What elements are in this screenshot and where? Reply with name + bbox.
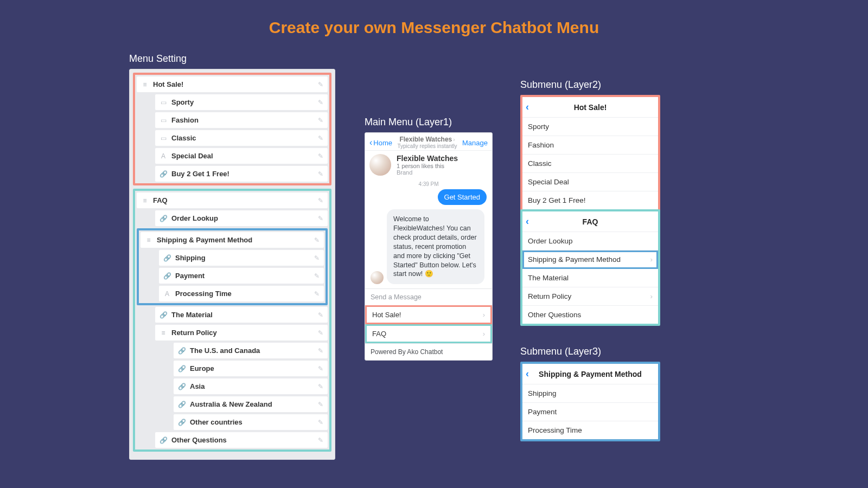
submenu-item[interactable]: Shipping xyxy=(522,384,658,403)
menu-item-aunz[interactable]: 🔗Australia & New Zealand✎ xyxy=(174,396,328,412)
profile-brand: Brand xyxy=(397,169,458,176)
edit-icon[interactable]: ✎ xyxy=(314,254,320,262)
edit-icon[interactable]: ✎ xyxy=(318,197,323,204)
menu-item-sporty[interactable]: ▭Sporty✎ xyxy=(155,94,328,110)
menu-item-otherq[interactable]: 🔗Other Questions✎ xyxy=(155,432,328,448)
submenu-item[interactable]: Classic xyxy=(522,155,658,173)
menu-item-europe[interactable]: 🔗Europe✎ xyxy=(174,361,328,376)
edit-icon[interactable]: ✎ xyxy=(318,99,323,106)
edit-icon[interactable]: ✎ xyxy=(318,311,323,319)
message-input[interactable]: Send a Message xyxy=(365,288,492,305)
submenu-header: ‹ Shipping & Payment Method xyxy=(522,364,658,384)
menu-item-classic[interactable]: ▭Classic✎ xyxy=(155,130,328,146)
menu-item-shipping[interactable]: 🔗Shipping✎ xyxy=(159,250,324,266)
submenu-item[interactable]: Processing Time xyxy=(522,421,658,439)
link-icon: 🔗 xyxy=(178,365,186,373)
back-button[interactable]: ‹ xyxy=(526,101,535,113)
menu-item-label: Return Policy xyxy=(171,329,318,337)
manage-button[interactable]: Manage xyxy=(462,139,488,147)
chevron-right-icon: › xyxy=(483,311,485,319)
main-menu-section: Main Menu (Layer1) ‹Home Flexible Watche… xyxy=(365,117,493,361)
submenu-item[interactable]: Sporty xyxy=(522,118,658,136)
menu-item-label: Australia & New Zealand xyxy=(190,400,318,408)
submenu-item[interactable]: Payment xyxy=(522,403,658,421)
submenu-item[interactable]: Return Policy› xyxy=(522,287,658,306)
edit-icon[interactable]: ✎ xyxy=(318,365,323,373)
menu-item-label: Fashion xyxy=(171,116,318,124)
submenu-title: FAQ xyxy=(535,217,645,226)
submenu-item-shippay[interactable]: Shipping & Payment Method› xyxy=(522,251,658,269)
edit-icon[interactable]: ✎ xyxy=(318,117,323,124)
persistent-menu-faq[interactable]: FAQ› xyxy=(365,324,492,343)
menu-label: Hot Sale! xyxy=(372,311,401,319)
submenu-panel-faq: ‹ FAQ Order Lookup Shipping & Payment Me… xyxy=(520,209,660,326)
phone-header: ‹Home Flexible Watches› Typically replie… xyxy=(365,133,492,151)
submenu-item[interactable]: Special Deal xyxy=(522,173,658,191)
edit-icon[interactable]: ✎ xyxy=(318,329,323,337)
menu-item-label: FAQ xyxy=(153,196,318,204)
menu-item-label: Buy 2 Get 1 Free! xyxy=(171,170,318,178)
menu-item-label: Payment xyxy=(175,272,314,280)
edit-icon[interactable]: ✎ xyxy=(318,152,323,160)
home-button[interactable]: ‹Home xyxy=(369,138,392,147)
menu-item-orderlookup[interactable]: 🔗Order Lookup✎ xyxy=(155,210,328,226)
header-subtitle: Typically replies instantly xyxy=(397,143,457,149)
persistent-menu-hotsale[interactable]: Hot Sale!› xyxy=(365,305,492,324)
submenu-item[interactable]: Fashion xyxy=(522,136,658,155)
edit-icon[interactable]: ✎ xyxy=(318,401,323,408)
menu-item-hotsale[interactable]: ≡ Hot Sale! ✎ xyxy=(137,76,328,92)
submenu-layer2-hotsale-section: Submenu (Layer2) ‹ Hot Sale! Sporty Fash… xyxy=(520,79,660,211)
edit-icon[interactable]: ✎ xyxy=(318,215,323,222)
menu-item-asia[interactable]: 🔗Asia✎ xyxy=(174,378,328,394)
menu-item-label: Sporty xyxy=(171,98,318,106)
back-button[interactable]: ‹ xyxy=(526,216,535,227)
menu-item-faq[interactable]: ≡ FAQ ✎ xyxy=(137,192,328,208)
chevron-right-icon: › xyxy=(483,330,485,338)
edit-icon[interactable]: ✎ xyxy=(314,290,320,298)
menu-item-buy2[interactable]: 🔗Buy 2 Get 1 Free!✎ xyxy=(155,166,328,182)
menu-item-material[interactable]: 🔗The Material✎ xyxy=(155,307,328,323)
submenu-item[interactable]: Other Questions xyxy=(522,306,658,324)
edit-icon[interactable]: ✎ xyxy=(314,272,320,280)
back-button[interactable]: ‹ xyxy=(526,368,535,380)
submenu-item[interactable]: Buy 2 Get 1 Free! xyxy=(522,191,658,209)
edit-icon[interactable]: ✎ xyxy=(318,436,323,444)
submenu-panel-hotsale: ‹ Hot Sale! Sporty Fashion Classic Speci… xyxy=(520,95,660,211)
menu-item-payment[interactable]: 🔗Payment✎ xyxy=(159,268,324,284)
menu-item-others[interactable]: 🔗Other countries✎ xyxy=(174,414,328,430)
profile-name: Flexible Watches xyxy=(397,154,458,163)
edit-icon[interactable]: ✎ xyxy=(318,347,323,355)
text-icon: A xyxy=(159,152,167,160)
powered-by[interactable]: Powered By Ako Chatbot xyxy=(365,343,492,360)
submenu-item-label: Shipping & Payment Method xyxy=(528,255,621,264)
edit-icon[interactable]: ✎ xyxy=(318,419,323,426)
layer1-label: Main Menu (Layer1) xyxy=(365,117,493,128)
drag-icon: ≡ xyxy=(141,81,149,88)
menu-item-label: Order Lookup xyxy=(171,214,318,222)
menu-item-specialdeal[interactable]: ASpecial Deal✎ xyxy=(155,148,328,164)
drag-icon: ≡ xyxy=(141,197,149,204)
menu-item-processingtime[interactable]: AProcessing Time✎ xyxy=(159,286,324,301)
menu-item-fashion[interactable]: ▭Fashion✎ xyxy=(155,112,328,128)
menu-item-label: Other countries xyxy=(190,418,318,426)
drag-icon: ≡ xyxy=(159,329,167,337)
timestamp: 4:39 PM xyxy=(365,181,492,187)
menu-item-returnpolicy[interactable]: ≡Return Policy✎ xyxy=(155,325,328,341)
menu-item-label: Classic xyxy=(171,134,318,142)
edit-icon[interactable]: ✎ xyxy=(318,170,323,178)
submenu-layer2-faq-section: ‹ FAQ Order Lookup Shipping & Payment Me… xyxy=(520,209,660,326)
profile-likes: 1 person likes this xyxy=(397,163,458,169)
submenu-item[interactable]: Order Lookup xyxy=(522,232,658,251)
menu-setting-panel: ≡ Hot Sale! ✎ ▭Sporty✎ ▭Fashion✎ ▭Classi… xyxy=(129,69,335,460)
link-icon: 🔗 xyxy=(159,311,167,319)
submenu-item[interactable]: The Material xyxy=(522,269,658,287)
menu-item-label: The U.S. and Canada xyxy=(190,346,318,355)
link-icon: 🔗 xyxy=(159,170,167,178)
edit-icon[interactable]: ✎ xyxy=(318,383,323,390)
menu-item-shippay[interactable]: ≡Shipping & Payment Method✎ xyxy=(141,232,324,248)
edit-icon[interactable]: ✎ xyxy=(314,236,320,244)
edit-icon[interactable]: ✎ xyxy=(318,134,323,142)
menu-item-uscanada[interactable]: 🔗The U.S. and Canada✎ xyxy=(174,343,328,358)
edit-icon[interactable]: ✎ xyxy=(318,81,323,88)
header-center[interactable]: Flexible Watches› Typically replies inst… xyxy=(397,136,457,149)
